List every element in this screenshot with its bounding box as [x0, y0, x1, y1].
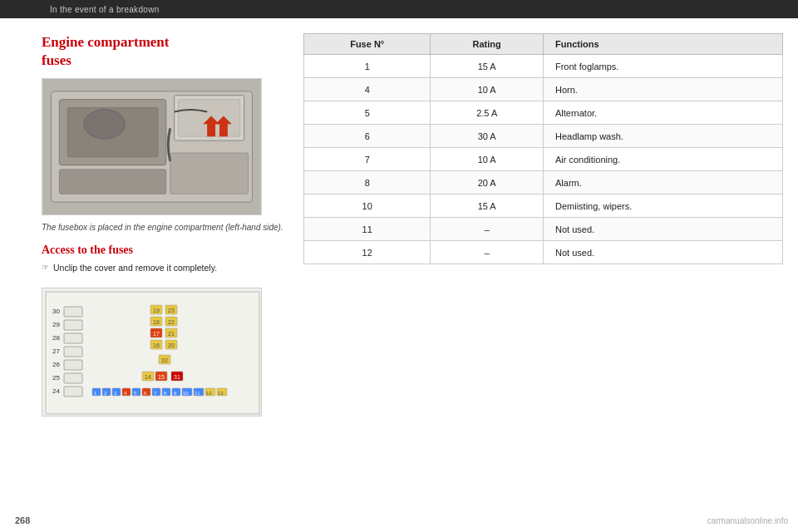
table-row: 52.5 AAlternator.: [304, 101, 783, 125]
svg-text:15: 15: [158, 374, 165, 380]
fuse-number-cell: 10: [304, 195, 431, 218]
svg-rect-10: [59, 170, 165, 195]
fuse-rating-cell: 15 A: [431, 195, 544, 218]
svg-text:26: 26: [52, 361, 60, 368]
col-header-fuse-number: Fuse N°: [304, 34, 431, 55]
fuse-number-cell: 1: [304, 55, 431, 78]
engine-image-caption: The fusebox is placed in the engine comp…: [42, 222, 291, 234]
fuse-number-cell: 12: [304, 241, 431, 264]
svg-rect-26: [64, 387, 82, 397]
svg-text:27: 27: [52, 347, 60, 355]
fuse-number-cell: 6: [304, 125, 431, 148]
svg-rect-20: [64, 347, 82, 357]
svg-text:12: 12: [206, 391, 212, 396]
fuse-table: Fuse N° Rating Functions 115 AFront fogl…: [303, 33, 783, 264]
svg-text:21: 21: [168, 331, 175, 337]
svg-text:31: 31: [174, 374, 180, 380]
table-row: 11–Not used.: [304, 218, 783, 241]
fuse-number-cell: 7: [304, 148, 431, 171]
fuse-function-cell: Air conditioning.: [543, 148, 782, 171]
svg-rect-22: [64, 360, 82, 370]
section-title: Engine compartmentfuses: [42, 33, 291, 70]
page-number: 268: [15, 515, 30, 525]
fuse-function-cell: Demiisting, wipers.: [543, 195, 782, 218]
fuse-rating-cell: 30 A: [431, 125, 544, 148]
table-row: 630 AHeadlamp wash.: [304, 125, 783, 148]
fuse-rating-cell: –: [431, 241, 544, 264]
left-content-panel: Engine compartmentfuses The fuse: [42, 33, 291, 416]
svg-text:16: 16: [153, 342, 160, 348]
svg-text:14: 14: [145, 374, 151, 380]
fuse-number-cell: 11: [304, 218, 431, 241]
svg-point-8: [84, 110, 125, 140]
col-header-rating: Rating: [431, 34, 544, 55]
fuse-rating-cell: 10 A: [431, 78, 544, 101]
fuse-function-cell: Headlamp wash.: [543, 125, 782, 148]
top-bar: In the event of a breakdown: [0, 0, 798, 18]
access-instruction: Unclip the cover and remove it completel…: [42, 262, 291, 274]
svg-text:29: 29: [52, 321, 60, 328]
fuse-rating-cell: 10 A: [431, 148, 544, 171]
svg-text:10: 10: [183, 391, 189, 396]
table-row: 820 AAlarm.: [304, 171, 783, 195]
fuse-number-cell: 4: [304, 78, 431, 101]
svg-text:30: 30: [52, 308, 60, 315]
fuse-number-cell: 8: [304, 171, 431, 195]
svg-text:20: 20: [168, 342, 175, 348]
table-row: 710 AAir conditioning.: [304, 148, 783, 171]
table-row: 12–Not used.: [304, 241, 783, 264]
svg-rect-16: [64, 320, 82, 330]
table-row: 410 AHorn.: [304, 78, 783, 101]
svg-text:22: 22: [168, 319, 175, 325]
top-bar-label: In the event of a breakdown: [50, 5, 160, 14]
col-header-functions: Functions: [543, 34, 782, 55]
fuse-function-cell: Alternator.: [543, 101, 782, 125]
table-row: 115 AFront foglamps.: [304, 55, 783, 78]
svg-rect-18: [64, 333, 82, 343]
svg-rect-24: [64, 373, 82, 383]
svg-text:24: 24: [52, 387, 60, 395]
fuse-function-cell: Not used.: [543, 218, 782, 241]
table-row: 1015 ADemiisting, wipers.: [304, 195, 783, 218]
fuse-rating-cell: 20 A: [431, 171, 544, 195]
fuse-diagram: 30 29 28 27 26 25 24 19 23 18 22: [42, 288, 262, 416]
fuse-number-cell: 5: [304, 101, 431, 125]
watermark: carmanualsonline.info: [707, 516, 788, 525]
fuse-table-container: Fuse N° Rating Functions 115 AFront fogl…: [303, 33, 783, 264]
svg-text:23: 23: [168, 308, 175, 313]
svg-text:32: 32: [161, 357, 168, 363]
svg-text:13: 13: [218, 391, 224, 396]
fuse-rating-cell: 15 A: [431, 55, 544, 78]
svg-text:17: 17: [153, 331, 160, 337]
svg-rect-14: [64, 307, 82, 317]
svg-text:28: 28: [52, 334, 60, 342]
svg-text:19: 19: [153, 308, 160, 313]
fuse-rating-cell: –: [431, 218, 544, 241]
fuse-function-cell: Not used.: [543, 241, 782, 264]
fuse-function-cell: Front foglamps.: [543, 55, 782, 78]
fuse-function-cell: Alarm.: [543, 171, 782, 195]
access-title: Access to the fuses: [42, 244, 291, 257]
svg-rect-9: [170, 153, 249, 194]
fuse-function-cell: Horn.: [543, 78, 782, 101]
fuse-rating-cell: 2.5 A: [431, 101, 544, 125]
svg-text:11: 11: [195, 391, 200, 396]
svg-text:25: 25: [52, 374, 60, 382]
svg-text:18: 18: [153, 319, 160, 325]
engine-image: [42, 78, 262, 215]
